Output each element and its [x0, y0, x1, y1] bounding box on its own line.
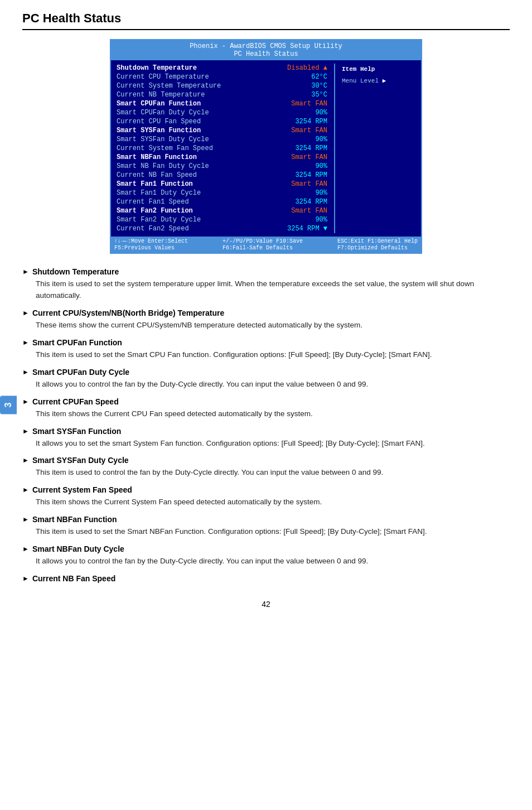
- content-section-smart-nbfan-function: ► Smart NBFan FunctionThis item is used …: [22, 515, 510, 538]
- content-section-current-cpufan-speed: ► Current CPUFan SpeedThis item shows th…: [22, 397, 510, 420]
- content-section-smart-nbfan-duty: ► Smart NBFan Duty CycleIt allows you to…: [22, 544, 510, 567]
- content-section-smart-cpufan-duty: ► Smart CPUFan Duty CycleIt allows you t…: [22, 368, 510, 390]
- section-heading-smart-nbfan-function: ► Smart NBFan Function: [22, 515, 510, 524]
- section-body-current-system-fan-speed: This item shows the Current System Fan s…: [36, 496, 510, 508]
- bios-divider: [334, 64, 335, 233]
- bios-row-value: 3254 RPM: [291, 171, 327, 179]
- section-heading-smart-cpufan-function: ► Smart CPUFan Function: [22, 338, 510, 347]
- content-section-current-nb-fan-speed: ► Current NB Fan Speed: [22, 574, 510, 583]
- bios-row: Smart Fan1 Duty Cycle90%: [114, 189, 330, 197]
- bios-row: Smart NBFan FunctionSmart FAN: [114, 153, 330, 162]
- section-body-shutdown-temp: This item is used to set the system temp…: [36, 278, 510, 302]
- section-body-smart-sysfan-function: It allows you to set the smart System Fa…: [36, 438, 510, 450]
- bios-row-value: Smart FAN: [287, 100, 327, 108]
- section-heading-smart-sysfan-duty: ► Smart SYSFan Duty Cycle: [22, 456, 510, 465]
- bios-footer-left: ↑↓→←:Move Enter:Select F5:Previous Value…: [114, 238, 188, 251]
- bios-item-help: Item Help: [342, 66, 415, 73]
- bios-row-label: Smart Fan2 Duty Cycle: [117, 216, 201, 224]
- section-heading-text: Smart SYSFan Duty Cycle: [32, 456, 129, 465]
- section-body-current-cpufan-speed: This item shows the Current CPU Fan spee…: [36, 408, 510, 420]
- section-arrow: ►: [22, 268, 29, 276]
- bios-header-title-line2: PC Health Status: [111, 50, 421, 58]
- section-body-smart-cpufan-duty: It allows you to control the fan by the …: [36, 379, 510, 390]
- bios-row-label: Smart NBFan Function: [117, 153, 197, 161]
- section-body-smart-sysfan-duty: This item is used to control the fan by …: [36, 467, 510, 479]
- bios-row: Current NB Fan Speed3254 RPM: [114, 171, 330, 180]
- bios-row-value: 90%: [311, 216, 327, 224]
- bios-row: Smart Fan1 FunctionSmart FAN: [114, 180, 330, 189]
- bios-footer-esc: ESC:Exit F1:General Help: [337, 238, 418, 244]
- bios-left-panel: Shutdown TemperatureDisabled ▲Current CP…: [114, 64, 330, 233]
- section-body-smart-cpufan-function: This item is used to set the Smart CPU F…: [36, 349, 510, 361]
- bios-row-value: 30°C: [307, 82, 327, 90]
- section-body-current-cpu-system: These items show the current CPU/System/…: [36, 320, 510, 331]
- bios-footer-optimized: F7:Optimized Defaults: [337, 245, 418, 251]
- sidebar-tab: 3: [0, 396, 17, 414]
- bios-row-label: Smart CPUFan Function: [117, 100, 201, 108]
- section-arrow: ►: [22, 368, 29, 376]
- bios-footer-prev: F5:Previous Values: [114, 245, 188, 251]
- bios-row-label: Smart Fan1 Duty Cycle: [117, 189, 201, 197]
- section-arrow: ►: [22, 575, 29, 582]
- bios-row-value: Smart FAN: [287, 207, 327, 215]
- section-body-smart-nbfan-function: This item is used to set the Smart NBFan…: [36, 526, 510, 538]
- bios-row-value: Smart FAN: [287, 180, 327, 188]
- bios-row: Current Fan2 Speed3254 RPM ▼: [114, 224, 330, 233]
- section-arrow: ►: [22, 545, 29, 553]
- section-heading-text: Shutdown Temperature: [32, 267, 119, 276]
- section-heading-text: Current CPU/System/NB(North Bridge) Temp…: [32, 308, 224, 317]
- bios-row-value: 90%: [311, 162, 327, 170]
- bios-row-value: 90%: [311, 136, 327, 143]
- bios-row-label: Current NB Fan Speed: [117, 171, 197, 179]
- bios-row-label: Current CPU Fan Speed: [117, 118, 201, 126]
- section-heading-current-nb-fan-speed: ► Current NB Fan Speed: [22, 574, 510, 583]
- bios-right-panel: Item Help Menu Level ▶: [340, 64, 418, 233]
- section-heading-text: Current System Fan Speed: [32, 485, 132, 494]
- bios-row-label: Current System Fan Speed: [117, 144, 213, 152]
- bios-screen: Phoenix - AwardBIOS CMOS Setup Utility P…: [110, 39, 422, 254]
- content-section-smart-sysfan-duty: ► Smart SYSFan Duty CycleThis item is us…: [22, 456, 510, 479]
- bios-row-label: Current NB Temperature: [117, 91, 205, 99]
- bios-row: Smart SYSFan Duty Cycle90%: [114, 135, 330, 144]
- bios-row: Smart NB Fan Duty Cycle90%: [114, 162, 330, 171]
- bios-row-label: Smart Fan1 Function: [117, 180, 193, 188]
- bios-row-label: Current Fan1 Speed: [117, 198, 189, 206]
- bios-row-value: Disabled ▲: [283, 64, 327, 72]
- section-arrow: ►: [22, 339, 29, 346]
- bios-row-value: 62°C: [307, 73, 327, 81]
- bios-row-label: Smart SYSFan Duty Cycle: [117, 136, 209, 143]
- bios-row-label: Smart CPUFan Duty Cycle: [117, 109, 209, 117]
- bios-menu-level: Menu Level ▶: [342, 77, 415, 84]
- bios-row: Current System Temperature30°C: [114, 81, 330, 90]
- section-heading-text: Smart CPUFan Duty Cycle: [32, 368, 129, 377]
- section-arrow: ►: [22, 398, 29, 406]
- section-heading-current-cpu-system: ► Current CPU/System/NB(North Bridge) Te…: [22, 308, 510, 317]
- bios-row-value: 90%: [311, 109, 327, 117]
- bios-row: Current CPU Temperature62°C: [114, 73, 330, 81]
- section-heading-smart-nbfan-duty: ► Smart NBFan Duty Cycle: [22, 544, 510, 553]
- bios-footer-nav: ↑↓→←:Move Enter:Select: [114, 238, 188, 244]
- section-heading-text: Smart SYSFan Function: [32, 427, 121, 436]
- bios-row: Smart Fan2 FunctionSmart FAN: [114, 206, 330, 215]
- bios-footer-value: +/-/PU/PD:Value F10:Save: [223, 238, 303, 244]
- bios-footer-mid: +/-/PU/PD:Value F10:Save F6:Fail-Safe De…: [223, 238, 303, 251]
- section-heading-current-cpufan-speed: ► Current CPUFan Speed: [22, 397, 510, 406]
- page-number: 42: [22, 600, 510, 609]
- bios-row: Current CPU Fan Speed3254 RPM: [114, 117, 330, 126]
- page-title: PC Health Status: [22, 11, 510, 30]
- bios-row: Current Fan1 Speed3254 RPM: [114, 197, 330, 206]
- section-heading-text: Smart NBFan Function: [32, 515, 117, 524]
- bios-footer-right: ESC:Exit F1:General Help F7:Optimized De…: [337, 238, 418, 251]
- content-section-shutdown-temp: ► Shutdown TemperatureThis item is used …: [22, 267, 510, 302]
- bios-row-value: Smart FAN: [287, 153, 327, 161]
- bios-row-value: Smart FAN: [287, 127, 327, 134]
- section-arrow: ►: [22, 427, 29, 435]
- bios-row-label: Smart NB Fan Duty Cycle: [117, 162, 209, 170]
- section-arrow: ►: [22, 456, 29, 464]
- bios-body: Shutdown TemperatureDisabled ▲Current CP…: [111, 60, 421, 237]
- bios-row: Shutdown TemperatureDisabled ▲: [114, 64, 330, 73]
- bios-row: Smart SYSFan FunctionSmart FAN: [114, 126, 330, 135]
- bios-row-value: 35°C: [307, 91, 327, 99]
- bios-row-label: Current CPU Temperature: [117, 73, 209, 81]
- content-section-smart-cpufan-function: ► Smart CPUFan FunctionThis item is used…: [22, 338, 510, 361]
